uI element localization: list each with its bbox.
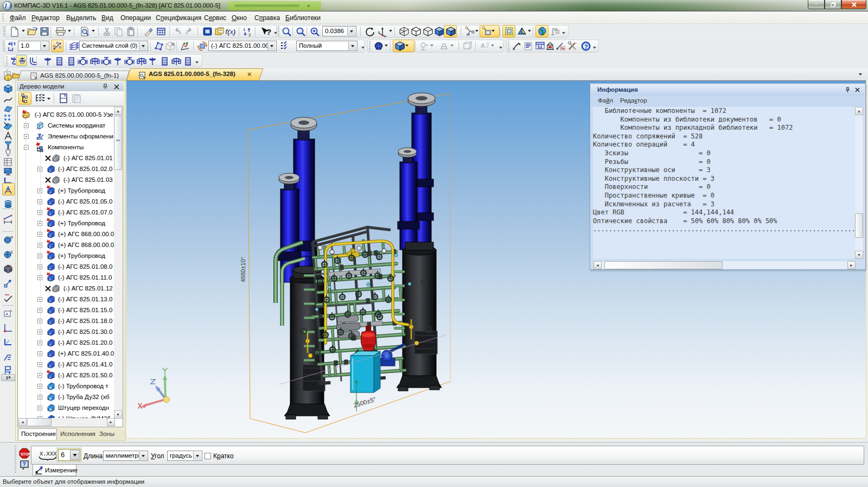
svg-text:R: R [10,236,13,239]
svg-text:?: ? [584,43,588,50]
svg-text:STOP: STOP [21,452,30,456]
svg-text:№: № [561,46,565,50]
svg-text:?: ? [23,461,26,467]
svg-text:A: A [481,42,485,49]
svg-text:?: ? [40,466,43,472]
svg-text:?: ? [266,27,271,36]
svg-text:A: A [5,312,9,317]
svg-text:1: 1 [243,27,246,32]
svg-text:2: 2 [248,33,251,37]
svg-text:4880±10°: 4880±10° [240,257,246,282]
svg-text:S: S [10,250,13,254]
svg-text:ТШ: ТШ [537,46,542,49]
